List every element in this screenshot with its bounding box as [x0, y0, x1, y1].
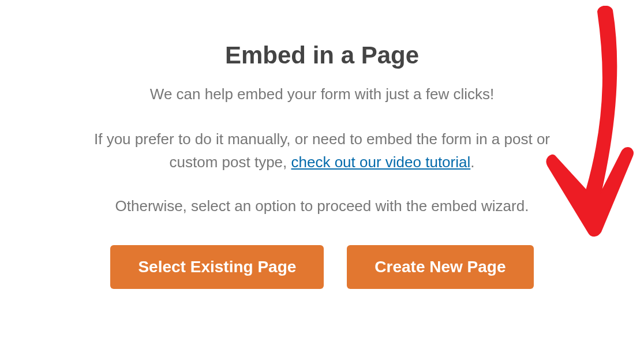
- button-row: Select Existing Page Create New Page: [0, 245, 644, 289]
- modal-title: Embed in a Page: [0, 42, 644, 69]
- video-tutorial-link[interactable]: check out our video tutorial: [291, 153, 471, 171]
- modal-description: If you prefer to do it manually, or need…: [68, 127, 576, 174]
- modal-subtitle: We can help embed your form with just a …: [0, 85, 644, 103]
- create-new-page-button[interactable]: Create New Page: [347, 245, 533, 289]
- embed-modal: Embed in a Page We can help embed your f…: [0, 0, 644, 289]
- modal-footer-text: Otherwise, select an option to proceed w…: [0, 197, 644, 215]
- description-suffix: .: [470, 153, 474, 171]
- select-existing-page-button[interactable]: Select Existing Page: [110, 245, 324, 289]
